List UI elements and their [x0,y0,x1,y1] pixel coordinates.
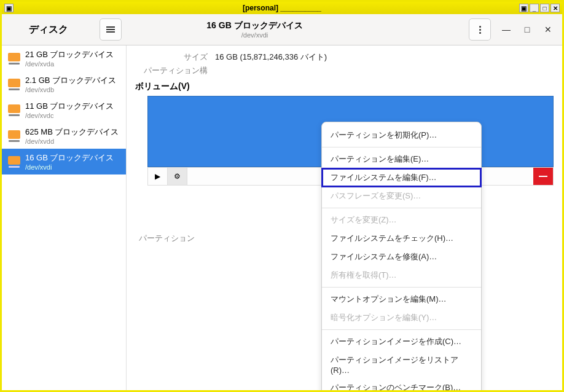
page-subtitle: /dev/xvdi [241,31,268,39]
device-path: /dev/xvdi [25,163,114,171]
disk-icon [8,104,20,113]
disk-icon [8,130,20,139]
volume-settings-button[interactable]: ⚙ [168,168,187,185]
mount-button[interactable]: ▶ [148,168,168,185]
menu-item-4: サイズを変更(Z)… [322,211,481,229]
window-minimize[interactable]: — [501,24,512,35]
device-name: 625 MB ブロックデバイス [25,127,119,138]
menu-separator [322,147,481,147]
sidebar-item-xvda[interactable]: 21 GB ブロックデバイス /dev/xvda [2,45,126,71]
partition-lower-label: パーティション [135,233,215,244]
menu-item-7: 所有権を取得(T)… [322,266,481,284]
partitioning-label: パーティション構 [135,65,215,76]
device-name: 21 GB ブロックデバイス [25,49,114,60]
menu-item-5[interactable]: ファイルシステムをチェック(H)… [322,229,481,248]
menu-item-10[interactable]: パーティションイメージを作成(C)… [322,332,481,351]
device-path: /dev/xvdb [25,86,116,93]
size-label: サイズ [135,52,215,63]
menu-item-1[interactable]: パーティションを編集(E)… [322,150,481,168]
menu-item-11[interactable]: パーティションイメージをリストア(R)… [322,351,481,378]
device-name: 16 GB ブロックデバイス [25,152,114,163]
window-maximize[interactable]: □ [522,24,533,35]
device-name: 2.1 GB ブロックデバイス [25,75,116,86]
sidebar-item-xvdi[interactable]: 16 GB ブロックデバイス /dev/xvdi [2,149,126,174]
menu-item-0[interactable]: パーティションを初期化(P)… [322,126,481,144]
menu-separator [322,208,481,208]
menu-item-2[interactable]: ファイルシステムを編集(F)… [322,168,481,187]
play-icon: ▶ [155,172,160,181]
os-titlebar: ▣ [personal] __________ ▣ _ □ ✕ [2,2,562,14]
disk-icon [8,53,20,61]
size-value: 16 GB (15,871,246,336 バイト) [215,52,327,63]
menu-item-8[interactable]: マウントオプションを編集(M)… [322,290,481,308]
titlebar-btn-1[interactable]: ▣ [519,4,528,12]
page-title: 16 GB ブロックデバイス [206,20,302,31]
drive-options-button[interactable] [469,18,491,41]
menu-item-9: 暗号化オプションを編集(Y)… [322,308,481,327]
sidebar-title: ディスク [2,23,95,36]
disk-icon [8,79,20,87]
gear-icon: ⚙ [174,172,181,181]
disk-icon [8,156,20,165]
delete-partition-button[interactable] [533,168,553,185]
sidebar-item-xvdd[interactable]: 625 MB ブロックデバイス /dev/xvdd [2,123,126,149]
hamburger-icon [106,26,115,33]
window-close[interactable]: ✕ [542,24,554,35]
sidebar-item-xvdc[interactable]: 11 GB ブロックデバイス /dev/xvdc [2,97,126,123]
menu-separator [322,329,481,330]
device-path: /dev/xvdc [25,112,114,119]
main-panel: サイズ 16 GB (15,871,246,336 バイト) パーティション構 … [127,45,562,390]
app-header: ディスク 16 GB ブロックデバイス /dev/xvdi — □ ✕ [2,14,562,45]
device-name: 11 GB ブロックデバイス [25,101,114,112]
device-path: /dev/xvda [25,60,114,68]
menu-item-6[interactable]: ファイルシステムを修復(A)… [322,248,481,266]
sidebar-item-xvdb[interactable]: 2.1 GB ブロックデバイス /dev/xvdb [2,71,126,97]
menu-item-12[interactable]: パーティションのベンチマーク(B)… [322,378,481,390]
kebab-icon [479,26,481,34]
volumes-title: ボリューム(V) [135,81,554,92]
menu-separator [322,287,481,288]
titlebar-btn-close[interactable]: ✕ [550,4,560,12]
titlebar-btn-minimize[interactable]: _ [530,4,539,12]
menu-item-3: パスフレーズを変更(S)… [322,187,481,205]
device-sidebar: 21 GB ブロックデバイス /dev/xvda 2.1 GB ブロックデバイス… [2,45,127,390]
titlebar-btn-maximize[interactable]: □ [540,4,549,12]
device-path: /dev/xvdd [25,138,119,145]
hamburger-menu-button[interactable] [100,18,122,41]
titlebar-btn-left[interactable]: ▣ [4,4,14,12]
titlebar-text: [personal] __________ [0,4,564,12]
volume-context-menu: パーティションを初期化(P)…パーティションを編集(E)…ファイルシステムを編集… [321,122,482,390]
